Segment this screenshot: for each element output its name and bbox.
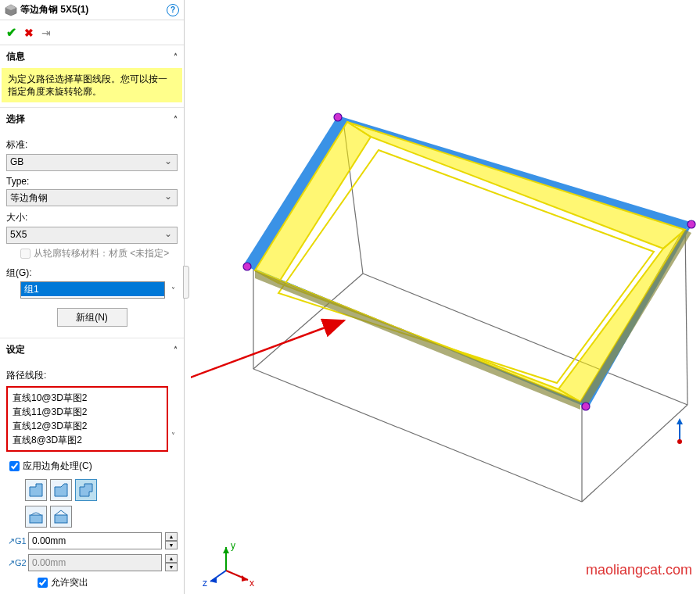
svg-point-34 bbox=[243, 263, 251, 270]
svg-point-33 bbox=[582, 403, 590, 410]
g1-input[interactable] bbox=[28, 532, 162, 549]
svg-marker-4 bbox=[80, 484, 92, 496]
svg-marker-45 bbox=[677, 418, 683, 424]
corner-type3-button[interactable] bbox=[75, 479, 97, 501]
svg-marker-26 bbox=[558, 230, 685, 402]
section-settings-title: 设定 bbox=[6, 343, 25, 356]
section-select-header[interactable]: 选择 ˄ bbox=[0, 108, 184, 131]
svg-text:x: x bbox=[249, 578, 254, 589]
help-icon[interactable]: ? bbox=[167, 4, 179, 16]
feature-cube-icon bbox=[5, 4, 17, 16]
svg-point-46 bbox=[677, 439, 682, 444]
list-item[interactable]: 直线8@3D草图2 bbox=[13, 433, 162, 447]
svg-marker-21 bbox=[338, 116, 693, 230]
g2-step-up[interactable]: ▲ bbox=[165, 554, 178, 563]
svg-marker-25 bbox=[347, 122, 685, 249]
svg-marker-29 bbox=[255, 270, 580, 410]
corner-type2-button[interactable] bbox=[50, 479, 72, 501]
g2-step-down[interactable]: ▼ bbox=[165, 563, 178, 571]
group-label: 组(G): bbox=[6, 267, 178, 280]
transfer-material-label: 从轮廓转移材料：材质 <未指定> bbox=[34, 247, 169, 260]
g1-step-up[interactable]: ▲ bbox=[165, 532, 178, 541]
ok-icon[interactable]: ✔ bbox=[6, 25, 16, 40]
svg-text:z: z bbox=[203, 578, 207, 589]
watermark: maoliangcat.com bbox=[586, 562, 692, 578]
list-item[interactable]: 直线10@3D草图2 bbox=[13, 391, 162, 405]
list-item[interactable]: 直线11@3D草图2 bbox=[13, 405, 162, 419]
size-value: 5X5 bbox=[10, 229, 27, 240]
type-value: 等边角钢 bbox=[10, 192, 48, 203]
size-label: 大小: bbox=[6, 211, 178, 224]
svg-marker-2 bbox=[30, 484, 42, 496]
3d-viewport[interactable]: y x z maoliangcat.com bbox=[191, 0, 700, 594]
svg-marker-36 bbox=[223, 547, 229, 553]
svg-text:y: y bbox=[231, 540, 235, 551]
panel-splitter[interactable] bbox=[185, 0, 191, 594]
path-listbox[interactable]: 直线10@3D草图2 直线11@3D草图2 直线12@3D草图2 直线8@3D草… bbox=[6, 386, 168, 452]
trim-type1-button[interactable] bbox=[25, 506, 47, 528]
allow-protrude-label: 允许突出 bbox=[51, 576, 88, 589]
chevron-down-icon[interactable]: ˅ bbox=[168, 286, 178, 295]
info-hint: 为定义路径选择草图线段。您可以按一指定角度来旋转轮廓。 bbox=[2, 68, 182, 102]
svg-point-31 bbox=[334, 113, 342, 121]
g1-step-down[interactable]: ▼ bbox=[165, 541, 178, 549]
size-select[interactable]: 5X5 bbox=[6, 227, 178, 244]
corner-type1-button[interactable] bbox=[25, 479, 47, 501]
svg-marker-39 bbox=[242, 575, 248, 581]
svg-line-13 bbox=[685, 227, 687, 405]
new-group-button[interactable]: 新组(N) bbox=[57, 308, 127, 327]
svg-marker-3 bbox=[55, 484, 67, 496]
svg-line-10 bbox=[253, 274, 363, 369]
transfer-material-checkbox bbox=[20, 249, 31, 259]
section-select-title: 选择 bbox=[6, 113, 25, 126]
type-select[interactable]: 等边角钢 bbox=[6, 189, 178, 206]
section-settings-header[interactable]: 设定 ˄ bbox=[0, 338, 184, 361]
svg-rect-5 bbox=[30, 515, 42, 523]
pin-icon[interactable]: ⇥ bbox=[41, 27, 51, 39]
group-listbox[interactable]: 组1 bbox=[20, 281, 165, 299]
standard-value: GB bbox=[10, 156, 23, 167]
svg-rect-6 bbox=[55, 515, 67, 523]
type-label: Type: bbox=[6, 176, 178, 187]
list-item[interactable]: 直线12@3D草图2 bbox=[13, 419, 162, 433]
section-info-title: 信息 bbox=[6, 50, 25, 63]
group-selected-item[interactable]: 组1 bbox=[21, 282, 164, 296]
path-label: 路径线段: bbox=[6, 369, 178, 382]
allow-protrude-checkbox[interactable] bbox=[38, 578, 48, 588]
g2-input bbox=[28, 554, 162, 571]
feature-title: 等边角钢 5X5(1) bbox=[20, 3, 167, 16]
chevron-down-icon[interactable]: ˅ bbox=[168, 431, 178, 440]
svg-marker-30 bbox=[580, 230, 691, 406]
svg-point-32 bbox=[687, 220, 695, 228]
g2-icon: ↗G2 bbox=[8, 558, 25, 568]
standard-label: 标准: bbox=[6, 138, 178, 152]
cancel-icon[interactable]: ✖ bbox=[24, 27, 34, 39]
section-info-header[interactable]: 信息 ˄ bbox=[0, 45, 184, 68]
chevron-up-icon: ˄ bbox=[174, 345, 178, 354]
g1-icon: ↗G1 bbox=[8, 536, 25, 546]
svg-line-8 bbox=[582, 405, 687, 502]
chevron-up-icon: ˄ bbox=[174, 115, 178, 123]
standard-select[interactable]: GB bbox=[6, 154, 178, 171]
corner-treatment-checkbox[interactable] bbox=[9, 461, 20, 471]
chevron-up-icon: ˄ bbox=[174, 52, 178, 61]
trim-type2-button[interactable] bbox=[50, 506, 72, 528]
corner-treatment-label: 应用边角处理(C) bbox=[23, 460, 92, 473]
